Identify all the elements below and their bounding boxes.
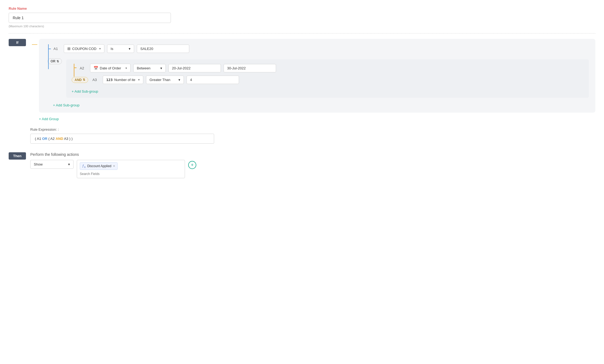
rule-expression-box: ( A1 OR ( A2 AND A3 ) ) <box>30 134 214 144</box>
condition-row-a3: A3 123 Number of ite ▾ Greater Than ▾ <box>92 76 583 84</box>
a3-operator-value: Greater Than <box>150 78 170 82</box>
a3-field-select[interactable]: 123 Number of ite ▾ <box>103 76 143 84</box>
or-label: OR <box>51 59 55 63</box>
a2-operator-value: Between <box>137 66 151 70</box>
rule-name-label: Rule Name <box>9 6 595 11</box>
inner-add-subgroup: + Add Sub-group <box>72 87 583 93</box>
expr-and: AND <box>56 137 63 141</box>
a1-field-value: COUPON COD <box>72 47 97 51</box>
rule-expression-section: Rule Expression: : ( A1 OR ( A2 AND A3 )… <box>30 127 595 144</box>
inner-add-subgroup-link[interactable]: + Add Sub-group <box>72 89 98 93</box>
a1-label: A1 <box>54 47 61 51</box>
rule-expression-label: Rule Expression: : <box>30 127 595 132</box>
a3-field-chevron: ▾ <box>138 78 140 82</box>
field-tag-discount: ƒx Discount Applied × <box>80 162 118 170</box>
then-section: Then Perform the following actions Show … <box>9 152 595 178</box>
fields-tags: ƒx Discount Applied × <box>80 162 182 170</box>
a1-operator-value: Is <box>111 47 113 51</box>
a2-operator-select[interactable]: Between ▾ <box>133 64 166 72</box>
if-badge: If <box>9 39 26 46</box>
action-type-chevron: ▾ <box>68 162 70 166</box>
if-content: A1 ⊞ COUPON COD ▾ Is ▾ <box>39 39 595 121</box>
expr-close-paren: A3 ) ) <box>64 137 73 141</box>
a3-field-value: Number of ite <box>114 78 135 82</box>
a3-operator-chevron: ▾ <box>178 78 180 82</box>
rule-name-hint: (Maximum 100 characters) <box>9 25 595 28</box>
search-fields-input[interactable] <box>80 172 182 176</box>
expr-open-paren: ( A2 <box>48 137 56 141</box>
or-chevron: ⇅ <box>57 60 59 63</box>
action-type-value: Show <box>34 162 43 166</box>
if-section: If A1 ⊞ COUP <box>9 39 595 121</box>
and-label: AND <box>75 78 82 82</box>
outer-add-subgroup: + Add Sub-group <box>53 101 589 107</box>
a3-value-input[interactable] <box>187 76 239 84</box>
expr-or: OR <box>42 137 48 141</box>
perform-label: Perform the following actions <box>30 152 595 157</box>
section-divider <box>9 33 595 33</box>
expr-a1: ( A1 <box>35 137 42 141</box>
a1-field-select[interactable]: ⊞ COUPON COD ▾ <box>64 44 104 53</box>
and-chevron: ⇅ <box>83 78 85 82</box>
a2-value2-input[interactable] <box>224 64 276 72</box>
a2-field-chevron: ▾ <box>125 66 127 70</box>
add-field-button[interactable]: + <box>188 161 196 169</box>
sub-group-box: A2 📅 Date of Order ▾ Between ▾ <box>66 59 589 98</box>
a3-label: A3 <box>92 78 100 82</box>
add-group-container: + Add Group <box>39 113 595 121</box>
a3-operator-select[interactable]: Greater Than ▾ <box>146 76 184 84</box>
a1-field-chevron: ▾ <box>99 47 101 50</box>
and-connector-badge[interactable]: AND ⇅ <box>72 77 88 83</box>
then-badge: Then <box>9 152 26 160</box>
a2-value1-input[interactable] <box>168 64 221 72</box>
sub-group-container: OR ⇅ A2 <box>48 57 589 98</box>
add-group-link[interactable]: + Add Group <box>39 117 59 121</box>
fields-box: ƒx Discount Applied × <box>77 160 185 178</box>
field-tag-name: Discount Applied <box>87 164 111 168</box>
page-container: Rule Name (Maximum 100 characters) If <box>9 6 595 178</box>
rule-name-section: Rule Name (Maximum 100 characters) <box>9 6 595 28</box>
coupon-icon: ⊞ <box>67 46 71 51</box>
action-type-select[interactable]: Show ▾ <box>30 160 74 169</box>
a3-row-container: AND ⇅ A3 123 Number of ite ▾ <box>72 76 583 84</box>
a1-operator-chevron: ▾ <box>129 47 131 51</box>
a2-operator-chevron: ▾ <box>160 66 162 70</box>
hash-icon: 123 <box>106 78 112 82</box>
a1-operator-select[interactable]: Is ▾ <box>107 45 134 53</box>
fx-icon: ƒx <box>82 164 86 168</box>
main-group: A1 ⊞ COUPON COD ▾ Is ▾ <box>39 39 595 113</box>
then-row: Show ▾ ƒx Discount Applied × + <box>30 160 595 178</box>
a1-value-input[interactable] <box>137 45 189 53</box>
outer-add-subgroup-link[interactable]: + Add Sub-group <box>53 103 79 107</box>
condition-row-a2: A2 📅 Date of Order ▾ Between ▾ <box>72 64 583 72</box>
then-content: Perform the following actions Show ▾ ƒx … <box>30 152 595 178</box>
condition-row-a1: A1 ⊞ COUPON COD ▾ Is ▾ <box>45 44 589 53</box>
calendar-icon: 📅 <box>94 66 98 70</box>
a2-label: A2 <box>80 66 87 70</box>
field-tag-remove-btn[interactable]: × <box>113 164 115 168</box>
a2-field-value: Date of Order <box>100 66 121 70</box>
rule-name-input[interactable] <box>9 13 171 23</box>
or-connector-badge[interactable]: OR ⇅ <box>48 58 62 64</box>
a2-field-select[interactable]: 📅 Date of Order ▾ <box>90 64 131 72</box>
